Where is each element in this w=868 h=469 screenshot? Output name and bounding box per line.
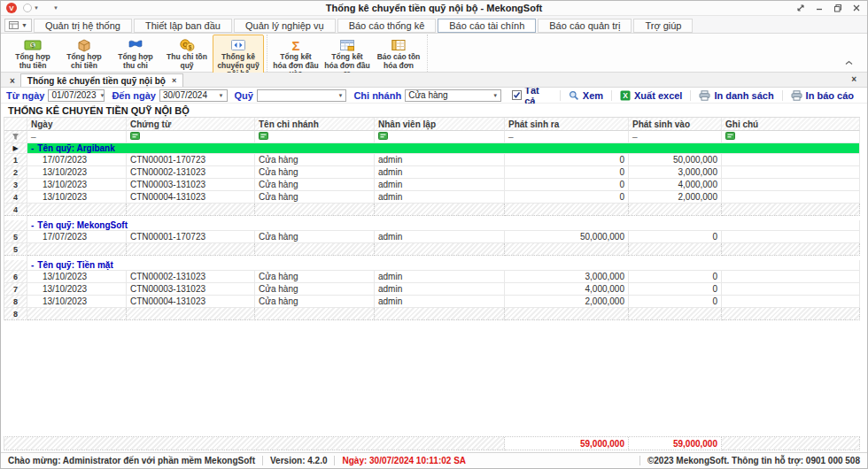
- cell-date[interactable]: 17/07/2023: [27, 154, 127, 166]
- from-date-picker[interactable]: 01/07/2023▼: [48, 89, 105, 102]
- collapse-ribbon-button[interactable]: [845, 53, 853, 69]
- view-button[interactable]: Xem: [569, 90, 603, 101]
- cell-document[interactable]: CTN00002-131023: [127, 271, 255, 283]
- cell-branch[interactable]: Cửa hàng: [255, 283, 375, 296]
- cell-note[interactable]: [722, 154, 860, 166]
- cell-document[interactable]: CTN00001-170723: [127, 231, 255, 243]
- ribbon-tab-quan-tri-he-thong[interactable]: Quản trị hệ thống: [34, 19, 132, 33]
- group-header-row-ten-quy-mekongsoft[interactable]: -Tên quỹ: MekongSoft: [27, 220, 860, 231]
- column-header-chung-tu[interactable]: Chứng từ: [127, 118, 255, 131]
- ribbon-tab-bao-cao-thong-ke[interactable]: Báo cáo thống kê: [337, 19, 437, 33]
- cell-amount-out[interactable]: 3,000,000: [505, 271, 629, 283]
- column-header-phat-sinh-ra[interactable]: Phát sinh ra: [505, 118, 629, 131]
- document-tab[interactable]: Thống kê chuyển tiền quỹ nội bộ ×: [20, 73, 183, 87]
- filter-cell-phat-sinh-vao[interactable]: –: [629, 131, 722, 143]
- cell-amount-in[interactable]: 0: [629, 283, 722, 296]
- cell-date[interactable]: 13/10/2023: [27, 283, 127, 296]
- cell-date[interactable]: 13/10/2023: [27, 191, 127, 204]
- close-button[interactable]: [851, 4, 862, 13]
- minimize-button[interactable]: [814, 4, 825, 13]
- cell-amount-in[interactable]: 0: [629, 271, 722, 283]
- filter-cell-phat-sinh-ra[interactable]: –: [505, 131, 629, 143]
- cell-user[interactable]: admin: [375, 296, 505, 308]
- application-menu-button[interactable]: ▼: [4, 19, 32, 32]
- to-date-picker[interactable]: 30/07/2024▼: [159, 89, 228, 102]
- cell-document[interactable]: CTN00002-131023: [127, 166, 255, 179]
- cell-user[interactable]: admin: [375, 191, 505, 204]
- cell-note[interactable]: [722, 191, 860, 204]
- restore-button[interactable]: [833, 4, 843, 13]
- ribbon-tab-tro-giup[interactable]: Trợ giúp: [633, 19, 693, 33]
- cell-branch[interactable]: Cửa hàng: [255, 271, 375, 283]
- cell-amount-out[interactable]: 0: [505, 154, 629, 166]
- column-header-nhan-vien-lap[interactable]: Nhân viên lập: [375, 118, 505, 131]
- ribbon-tab-bao-cao-quan-tri[interactable]: Báo cáo quản trị: [538, 19, 632, 33]
- cell-amount-in[interactable]: 0: [629, 296, 722, 308]
- cell-date[interactable]: 13/10/2023: [27, 179, 127, 191]
- cell-document[interactable]: CTN00003-131023: [127, 283, 255, 296]
- cell-document[interactable]: CTN00003-131023: [127, 179, 255, 191]
- filter-cell-nhan-vien-lap[interactable]: [375, 131, 505, 143]
- export-excel-button[interactable]: X Xuất excel: [620, 90, 682, 101]
- cell-amount-in[interactable]: 2,000,000: [629, 191, 722, 204]
- cell-amount-in[interactable]: 0: [629, 231, 722, 243]
- column-header-ghi-chu[interactable]: Ghi chú: [722, 118, 860, 131]
- cell-date[interactable]: 13/10/2023: [27, 271, 127, 283]
- column-header-ngay[interactable]: Ngày: [27, 118, 127, 131]
- collapse-group-icon[interactable]: -: [31, 220, 34, 230]
- cell-document[interactable]: CTN00001-170723: [127, 154, 255, 166]
- cell-amount-out[interactable]: 0: [505, 166, 629, 179]
- cell-amount-out[interactable]: 0: [505, 179, 629, 191]
- cell-user[interactable]: admin: [375, 166, 505, 179]
- cell-amount-out[interactable]: 4,000,000: [505, 283, 629, 296]
- cell-amount-in[interactable]: 50,000,000: [629, 154, 722, 166]
- ribbon-tab-thiet-lap-ban-dau[interactable]: Thiết lập ban đầu: [134, 19, 232, 33]
- cell-amount-out[interactable]: 50,000,000: [505, 231, 629, 243]
- column-header-phat-sinh-vao[interactable]: Phát sinh vào: [629, 118, 722, 131]
- cell-user[interactable]: admin: [375, 283, 505, 296]
- cell-amount-in[interactable]: 4,000,000: [629, 179, 722, 191]
- cell-document[interactable]: CTN00004-131023: [127, 296, 255, 308]
- print-report-button[interactable]: In báo cáo: [791, 90, 854, 101]
- column-header-ten-chi-nhanh[interactable]: Tên chi nhánh: [255, 118, 375, 131]
- filter-cell-ghi-chu[interactable]: [722, 131, 860, 143]
- cell-branch[interactable]: Cửa hàng: [255, 154, 375, 166]
- branch-select[interactable]: Cửa hàng▼: [405, 89, 501, 102]
- cell-user[interactable]: admin: [375, 271, 505, 283]
- cell-branch[interactable]: Cửa hàng: [255, 296, 375, 308]
- customize-toolbar-arrow-icon[interactable]: ▼: [53, 5, 58, 11]
- ribbon-tab-quan-ly-nghiep-vu[interactable]: Quản lý nghiệp vụ: [234, 19, 336, 33]
- group-header-row-ten-quy-tien-mat[interactable]: -Tên quỹ: Tiền mặt: [27, 260, 860, 271]
- cell-date[interactable]: 13/10/2023: [27, 296, 127, 308]
- cell-amount-in[interactable]: 3,000,000: [629, 166, 722, 179]
- cell-branch[interactable]: Cửa hàng: [255, 179, 375, 191]
- close-document-icon[interactable]: ×: [846, 74, 862, 85]
- cell-note[interactable]: [722, 283, 860, 296]
- cell-note[interactable]: [722, 296, 860, 308]
- all-checkbox[interactable]: Tất cả: [512, 85, 551, 106]
- cell-branch[interactable]: Cửa hàng: [255, 166, 375, 179]
- close-all-tabs-icon[interactable]: ×: [4, 76, 20, 87]
- collapse-group-icon[interactable]: -: [31, 260, 34, 270]
- cell-date[interactable]: 13/10/2023: [27, 166, 127, 179]
- collapse-group-icon[interactable]: -: [31, 143, 34, 153]
- fund-select[interactable]: ▼: [257, 89, 346, 102]
- cell-branch[interactable]: Cửa hàng: [255, 191, 375, 204]
- filter-cell-chung-tu[interactable]: [127, 131, 255, 143]
- fullscreen-button[interactable]: [795, 4, 806, 13]
- cell-user[interactable]: admin: [375, 154, 505, 166]
- quick-access-icon[interactable]: [23, 4, 32, 12]
- cell-note[interactable]: [722, 179, 860, 191]
- cell-user[interactable]: admin: [375, 179, 505, 191]
- cell-note[interactable]: [722, 231, 860, 243]
- cell-user[interactable]: admin: [375, 231, 505, 243]
- close-tab-icon[interactable]: ×: [172, 76, 176, 85]
- cell-amount-out[interactable]: 2,000,000: [505, 296, 629, 308]
- filter-cell-ten-chi-nhanh[interactable]: [255, 131, 375, 143]
- chevron-down-icon[interactable]: ▼: [34, 5, 39, 11]
- cell-note[interactable]: [722, 166, 860, 179]
- cell-amount-out[interactable]: 0: [505, 191, 629, 204]
- group-header-row-ten-quy-argibank[interactable]: -Tên quỹ: Argibank: [27, 143, 860, 154]
- cell-date[interactable]: 17/07/2023: [27, 231, 127, 243]
- filter-cell-ngay[interactable]: –: [27, 131, 127, 143]
